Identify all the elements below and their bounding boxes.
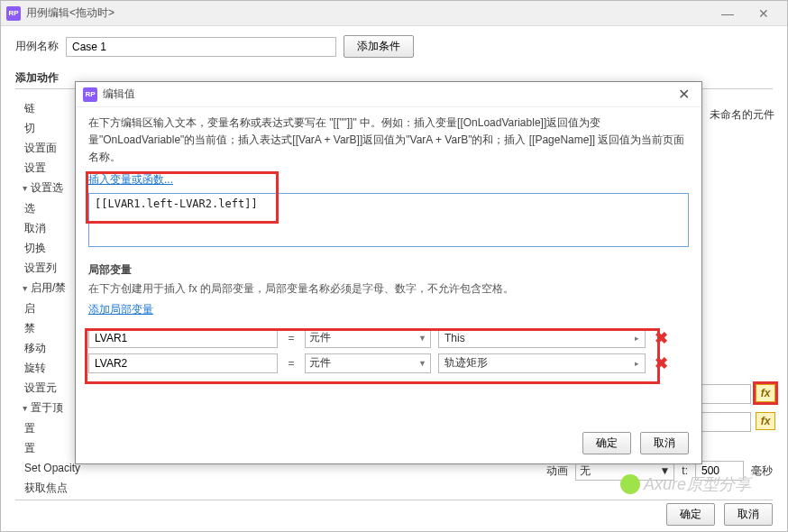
- var-value-select[interactable]: 轨迹矩形 ▸: [438, 353, 646, 373]
- chevron-down-icon: ▸: [635, 334, 639, 343]
- delete-var-icon[interactable]: ✖: [653, 328, 669, 348]
- edit-value-dialog: RP 编辑值 ✕ 在下方编辑区输入文本，变量名称或表达式要写在 "[[""]]"…: [75, 81, 702, 464]
- var-name-input[interactable]: [88, 353, 278, 373]
- close-icon[interactable]: ✕: [746, 2, 782, 25]
- tree-item[interactable]: 获取焦点: [23, 478, 140, 498]
- delete-var-icon[interactable]: ✖: [653, 353, 669, 373]
- outer-ok-button[interactable]: 确定: [666, 503, 715, 526]
- app-icon: RP: [83, 87, 97, 102]
- local-var-row: = 元件 ▼ 轨迹矩形 ▸ ✖: [88, 353, 689, 373]
- var-name-input[interactable]: [88, 328, 278, 348]
- app-icon: RP: [6, 6, 21, 21]
- close-icon[interactable]: ✕: [673, 86, 694, 103]
- var-type-select[interactable]: 元件 ▼: [305, 353, 431, 373]
- help-text: 在下方编辑区输入文本，变量名称或表达式要写在 "[[""]]" 中。例如：插入变…: [88, 115, 689, 167]
- case-name-input[interactable]: [66, 37, 336, 57]
- insert-var-link[interactable]: 插入变量或函数...: [88, 172, 173, 188]
- add-action-header: 添加动作: [15, 70, 59, 86]
- anim-value: 无: [580, 463, 591, 479]
- t-label: t:: [682, 464, 688, 477]
- add-condition-button[interactable]: 添加条件: [344, 35, 414, 58]
- modal-ok-button[interactable]: 确定: [582, 432, 631, 454]
- anim-label: 动画: [546, 463, 568, 479]
- modal-title: 编辑值: [103, 87, 673, 102]
- duration-input[interactable]: [695, 461, 744, 481]
- chevron-down-icon: ▼: [659, 464, 670, 477]
- chevron-down-icon: ▼: [418, 334, 426, 343]
- chevron-down-icon: ▸: [635, 359, 639, 368]
- outer-cancel-button[interactable]: 取消: [724, 503, 773, 526]
- equals-label: =: [285, 357, 298, 370]
- ms-label: 毫秒: [751, 463, 773, 479]
- components-header: 未命名的元件: [702, 107, 774, 123]
- fx-button-1[interactable]: fx: [756, 384, 775, 402]
- local-vars-desc: 在下方创建用于插入 fx 的局部变量，局部变量名称必须是字母、数字，不允许包含空…: [88, 281, 689, 297]
- var-value-select[interactable]: This ▸: [438, 328, 646, 348]
- var-type-select[interactable]: 元件 ▼: [305, 328, 431, 348]
- local-vars-header: 局部变量: [88, 262, 689, 278]
- case-name-label: 用例名称: [15, 39, 59, 54]
- chevron-down-icon: ▼: [418, 359, 426, 368]
- add-local-var-link[interactable]: 添加局部变量: [88, 302, 153, 317]
- expression-textarea[interactable]: [88, 193, 689, 247]
- minimize-icon[interactable]: —: [710, 2, 746, 25]
- fx-button-2[interactable]: fx: [756, 412, 775, 430]
- local-var-row: = 元件 ▼ This ▸ ✖: [88, 328, 689, 348]
- modal-cancel-button[interactable]: 取消: [640, 432, 689, 454]
- equals-label: =: [285, 332, 298, 344]
- window-title: 用例编辑<拖动时>: [26, 5, 710, 21]
- outer-title-bar[interactable]: RP 用例编辑<拖动时> — ✕: [1, 1, 787, 26]
